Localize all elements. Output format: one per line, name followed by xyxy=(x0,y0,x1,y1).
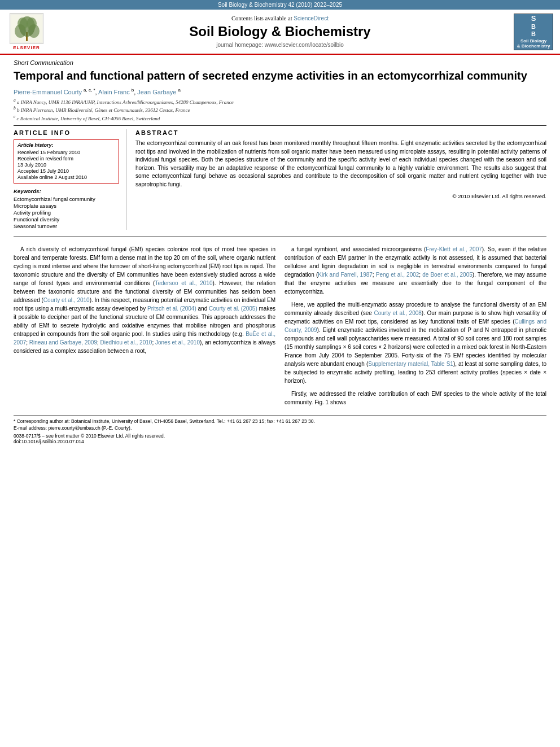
keyword-1: Ectomycorrhizal fungal community xyxy=(14,196,119,202)
history-title: Article history: xyxy=(18,142,115,148)
journal-header: ELSEVIER Contents lists available at Sci… xyxy=(0,10,560,55)
ref-deboer[interactable]: de Boer et al., 2005 xyxy=(422,272,473,278)
keyword-5: Seasonal turnover xyxy=(14,223,119,229)
info-abstract-section: ARTICLE INFO Article history: Received 1… xyxy=(14,129,546,230)
elsevier-text: ELSEVIER xyxy=(13,45,40,50)
journal-citation-bar: Soil Biology & Biochemistry 42 (2010) 20… xyxy=(0,0,560,10)
ref-diedhiou[interactable]: Diedhiou et al., 2010 xyxy=(100,339,152,346)
sbb-text: S B B Soil Biology& Biochemistry xyxy=(517,14,550,49)
author-courty[interactable]: Pierre-Emmanuel Courty xyxy=(14,89,82,95)
author-franc[interactable]: Alain Franc xyxy=(98,89,130,95)
journal-title-block: Contents lists available at ScienceDirec… xyxy=(46,15,514,48)
issn-line: 0038-0717/$ – see front matter © 2010 El… xyxy=(14,433,546,439)
body-left-column: A rich diversity of ectomycorrhizal fung… xyxy=(14,245,275,411)
affiliation-c: c c Botanical Institute, University of B… xyxy=(14,114,546,123)
divider-2 xyxy=(14,237,546,237)
ref-courty2005[interactable]: Courty et al. (2005) xyxy=(209,305,257,312)
body-para-4: Firstly, we addressed the relative contr… xyxy=(285,390,546,407)
keyword-4: Functional diversity xyxy=(14,216,119,222)
journal-doi-block: 0038-0717/$ – see front matter © 2010 El… xyxy=(14,433,546,444)
journal-title: Soil Biology & Biochemistry xyxy=(46,24,514,40)
authors-line: Pierre-Emmanuel Courty a, c, *, Alain Fr… xyxy=(14,88,546,95)
footnotes-block: * Corresponding author at: Botanical Ins… xyxy=(14,416,546,432)
ref-jones[interactable]: Jones et al., 2010 xyxy=(155,339,200,346)
keywords-block: Keywords: Ectomycorrhizal fungal communi… xyxy=(14,188,119,229)
corresponding-footnote: * Corresponding author at: Botanical Ins… xyxy=(14,418,546,425)
abstract-block: ABSTRACT The ectomycorrhizal community o… xyxy=(135,129,546,230)
ref-peng[interactable]: Peng et al., 2002 xyxy=(376,272,419,278)
ref-courty2010[interactable]: Courty et al., 2010 xyxy=(43,297,90,303)
history-revised-date: 13 July 2010 xyxy=(18,162,115,168)
contents-text: Contents lists available at xyxy=(231,15,294,21)
ref-pritsch[interactable]: Pritsch et al. (2004) xyxy=(147,305,196,312)
ref-cullings[interactable]: Cullings and Courty, 2009 xyxy=(285,318,546,333)
keyword-2: Microplate assays xyxy=(14,203,119,209)
svg-point-5 xyxy=(18,18,28,30)
article-content: Short Communication Temporal and functio… xyxy=(0,55,560,449)
ref-supplementary[interactable]: Supplementary material, Table S1 xyxy=(368,361,453,367)
elsevier-logo: ELSEVIER xyxy=(7,13,46,50)
body-para-1: A rich diversity of ectomycorrhizal fung… xyxy=(14,245,275,355)
copyright-text: © 2010 Elsevier Ltd. All rights reserved… xyxy=(135,193,546,199)
journal-citation-text: Soil Biology & Biochemistry 42 (2010) 20… xyxy=(218,2,342,8)
history-online: Available online 2 August 2010 xyxy=(18,174,115,180)
abstract-heading: ABSTRACT xyxy=(135,129,546,136)
divider-1 xyxy=(14,125,546,126)
affiliations-block: a a INRA Nancy, UMR 1136 INRA/UHP, Inter… xyxy=(14,98,546,123)
ref-kirk[interactable]: Kirk and Farrell, 1987 xyxy=(318,272,373,278)
body-para-3: Here, we applied the multi-enzymatic ass… xyxy=(285,300,546,385)
article-title: Temporal and functional pattern of secre… xyxy=(14,68,546,83)
article-info-block: ARTICLE INFO Article history: Received 1… xyxy=(14,129,126,230)
elsevier-tree-icon xyxy=(10,13,43,44)
ref-courty2008[interactable]: Courty et al., 2008 xyxy=(374,310,422,316)
journal-homepage: journal homepage: www.elsevier.com/locat… xyxy=(46,42,514,48)
doi-line: doi:10.1016/j.soilbio.2010.07.014 xyxy=(14,439,546,444)
svg-point-6 xyxy=(27,18,37,30)
ref-rineau[interactable]: Rineau and Garbaye, 2009 xyxy=(29,339,97,346)
body-text-section: A rich diversity of ectomycorrhizal fung… xyxy=(14,245,546,411)
ref-tedersoo[interactable]: Tedersoo et al., 2010 xyxy=(155,280,212,286)
affiliation-b: b b INRA Pierroton, UMR Biodiversité, Gè… xyxy=(14,106,546,114)
abstract-text: The ectomycorrhizal community of an oak … xyxy=(135,139,546,189)
author-garbaye[interactable]: Jean Garbaye xyxy=(137,89,176,95)
keyword-3: Activity profiling xyxy=(14,209,119,216)
affiliation-a: a a INRA Nancy, UMR 1136 INRA/UHP, Inter… xyxy=(14,98,546,106)
email-footnote: E-mail address: pierre.courty@unibas.ch … xyxy=(14,425,546,432)
history-revised-label: Received in revised form xyxy=(18,156,115,161)
history-accepted: Accepted 15 July 2010 xyxy=(18,168,115,174)
sbb-logo: S B B Soil Biology& Biochemistry xyxy=(514,14,553,50)
keywords-title: Keywords: xyxy=(14,188,119,194)
article-history: Article history: Received 15 February 20… xyxy=(14,139,119,184)
body-para-2: a fungal symbiont, and associated microo… xyxy=(285,245,546,296)
keywords-list: Ectomycorrhizal fungal community Micropl… xyxy=(14,196,119,229)
history-received: Received 15 February 2010 xyxy=(18,150,115,155)
ref-freyklett[interactable]: Frey-Klett et al., 2007 xyxy=(426,246,482,252)
sciencedirect-link[interactable]: ScienceDirect xyxy=(294,15,329,21)
article-info-heading: ARTICLE INFO xyxy=(14,129,119,136)
contents-available: Contents lists available at ScienceDirec… xyxy=(46,15,514,21)
body-right-column: a fungal symbiont, and associated microo… xyxy=(285,245,546,411)
article-section-type: Short Communication xyxy=(14,59,546,66)
